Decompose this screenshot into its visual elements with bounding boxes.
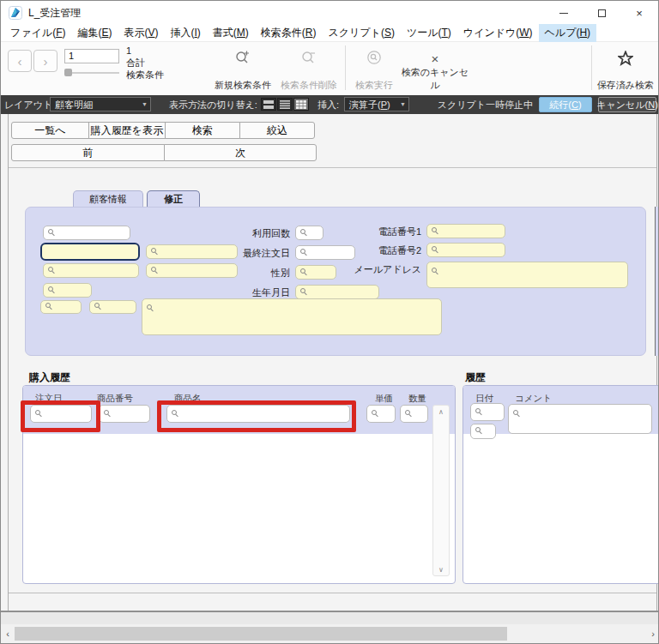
tab-customer-info[interactable]: 顧客情報 <box>73 190 143 208</box>
record-slider-track[interactable] <box>64 72 119 74</box>
purchase-list-scrollbar[interactable]: ∧ ∨ <box>432 405 450 576</box>
saved-finds-button[interactable]: 保存済み検索 <box>595 47 656 92</box>
form-view-button[interactable] <box>261 98 276 111</box>
history-comment-search-field[interactable] <box>508 404 652 434</box>
magnifier-minus-icon <box>300 47 317 66</box>
menu-tools[interactable]: ツール(T) <box>401 24 457 42</box>
menu-window[interactable]: ウインドウ(W) <box>457 24 539 42</box>
search-icon <box>300 268 305 274</box>
delete-request-button[interactable]: 検索条件削除 <box>275 47 342 92</box>
horizontal-scrollbar[interactable]: ‹ › <box>1 624 659 643</box>
close-icon: × <box>636 7 643 20</box>
search-icon <box>432 227 437 232</box>
previous-button[interactable]: 前 <box>11 144 165 161</box>
search-icon <box>151 267 156 272</box>
layout-bar: レイアウト: 顧客明細 ▼ 表示方法の切り替え: 挿入: 演算子(P) ▼ スク… <box>1 95 658 114</box>
menu-insert[interactable]: 挿入(I) <box>165 24 207 42</box>
menu-view[interactable]: 表示(V) <box>118 24 164 42</box>
product-number-search-field[interactable] <box>99 405 150 423</box>
search-field-address1[interactable] <box>43 263 139 278</box>
annotation-rect-order-date <box>21 400 100 432</box>
last-order-date-field[interactable] <box>295 245 355 260</box>
unit-price-search-field[interactable] <box>366 405 396 423</box>
usage-count-field[interactable] <box>295 226 323 240</box>
layout-dropdown[interactable]: 顧客明細 ▼ <box>50 97 151 111</box>
show-purchase-history-button[interactable]: 購入履歴を表示 <box>88 122 166 139</box>
minimize-button[interactable] <box>545 1 583 25</box>
toolbar-divider <box>345 45 346 90</box>
close-button[interactable]: × <box>620 1 658 25</box>
record-summary: 1 合計 検索条件 <box>126 45 164 81</box>
search-field-name[interactable] <box>43 226 130 240</box>
content-left-border <box>8 114 9 612</box>
bottom-gray-band <box>1 612 659 624</box>
record-number-input[interactable]: 1 <box>64 49 119 63</box>
script-paused-text: スクリプト一時停止中 <box>430 99 533 111</box>
menu-edit[interactable]: 編集(E) <box>71 24 118 42</box>
list-view-button[interactable] <box>277 98 293 111</box>
search-icon <box>151 248 156 253</box>
history-date-search-field[interactable] <box>470 403 505 421</box>
focused-search-field[interactable] <box>40 243 140 261</box>
view-switch-label: 表示方法の切り替え: <box>169 99 257 111</box>
part-divider <box>9 167 656 168</box>
next-record-button[interactable]: › <box>33 50 57 72</box>
table-view-button[interactable] <box>293 98 309 111</box>
new-request-button[interactable]: 新規検索条件 <box>207 47 279 92</box>
scroll-up-icon[interactable]: ∧ <box>433 406 449 418</box>
search-icon <box>300 288 305 293</box>
search-icon <box>372 410 377 415</box>
chevron-right-icon: › <box>44 54 48 69</box>
menu-file[interactable]: ファイル(F) <box>4 24 71 42</box>
annotation-rect-product-name <box>157 400 356 432</box>
magnifier-plus-icon <box>234 47 251 66</box>
birth-date-field[interactable] <box>295 285 379 299</box>
cancel-find-button[interactable]: × 検索のキャンセル <box>397 47 473 92</box>
to-list-button[interactable]: 一覧へ <box>11 122 89 139</box>
phone1-field[interactable] <box>426 224 505 238</box>
record-total: 1 <box>126 45 164 57</box>
next-button[interactable]: 次 <box>164 144 317 161</box>
filemaker-app-icon <box>9 6 22 20</box>
search-field-small-2[interactable] <box>89 300 136 314</box>
chevron-down-icon: ▼ <box>142 101 148 107</box>
scroll-down-icon[interactable]: ∨ <box>433 563 449 575</box>
scroll-left-icon[interactable]: ‹ <box>1 624 15 643</box>
menu-help[interactable]: ヘルプ(H) <box>539 24 597 42</box>
tab-edit[interactable]: 修正 <box>147 190 200 208</box>
search-icon <box>432 268 437 273</box>
horizontal-scrollbar-thumb[interactable] <box>15 627 507 641</box>
search-field-zip[interactable] <box>43 283 92 298</box>
scroll-right-icon[interactable]: › <box>646 624 659 643</box>
perform-find-icon <box>366 47 383 66</box>
history-panel: 日付 コメント <box>463 385 659 584</box>
search-icon <box>405 410 410 415</box>
quantity-search-field[interactable] <box>400 405 428 423</box>
search-button[interactable]: 検索 <box>165 122 240 139</box>
history-date-search-field-2[interactable] <box>470 424 496 439</box>
filter-button[interactable]: 絞込 <box>239 122 315 139</box>
table-view-icon <box>296 100 306 109</box>
menu-scripts[interactable]: スクリプト(S) <box>323 24 401 42</box>
previous-record-button[interactable]: ‹ <box>8 50 32 72</box>
continue-button[interactable]: 続行(C) <box>539 97 592 112</box>
birth-date-label: 生年月日 <box>223 286 290 299</box>
layout-content: 一覧へ 購入履歴を表示 検索 絞込 前 次 顧客情報 修正 利用回数 電話番号1… <box>1 114 659 644</box>
cancel-script-button[interactable]: キャンセル(N) <box>598 97 656 112</box>
notes-field[interactable] <box>142 298 442 335</box>
menu-requests[interactable]: 検索条件(R) <box>255 24 323 42</box>
phone2-field[interactable] <box>426 243 505 257</box>
insert-operator-dropdown[interactable]: 演算子(P) ▼ <box>344 97 409 111</box>
menu-format[interactable]: 書式(M) <box>207 24 255 42</box>
maximize-button[interactable] <box>583 1 620 25</box>
search-icon <box>48 286 53 292</box>
search-field-small-1[interactable] <box>40 300 82 314</box>
adjacent-panel-edge <box>655 207 659 356</box>
record-slider-thumb[interactable] <box>64 69 72 76</box>
gender-field[interactable] <box>295 265 336 280</box>
x-icon: × <box>432 47 439 66</box>
record-mode-label: 検索条件 <box>126 69 164 81</box>
list-view-icon <box>280 100 290 109</box>
perform-find-button[interactable]: 検索実行 <box>349 47 399 92</box>
email-field[interactable] <box>426 262 628 288</box>
